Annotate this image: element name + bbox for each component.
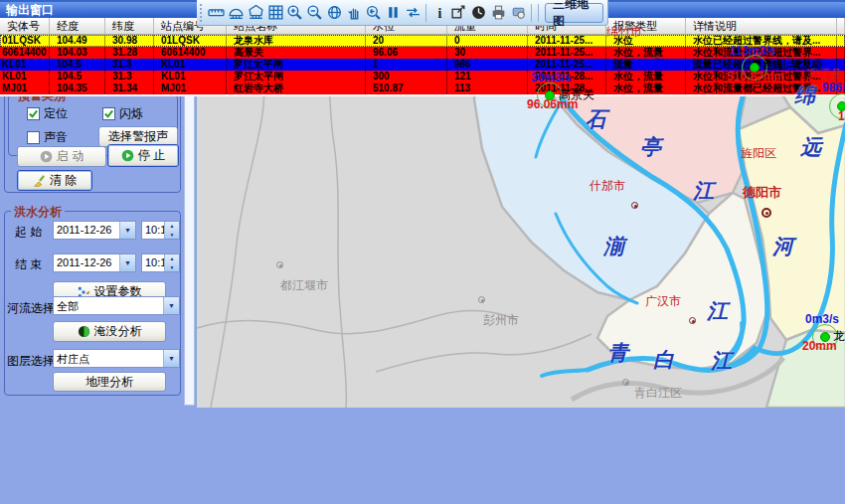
locate-checkbox[interactable]: 定位	[27, 105, 68, 122]
flood-analysis-group: 洪水分析 起 始 2011-12-26 ▼ 10:18 ▲▼ 结 束 2011-…	[4, 211, 181, 396]
broom-icon	[33, 174, 46, 187]
station-level-value: 96.06mm	[527, 97, 578, 111]
measure-area-arc-icon[interactable]	[227, 2, 247, 24]
geo-analysis-button[interactable]: 地理分析	[53, 372, 166, 392]
town-marker	[622, 379, 629, 386]
end-time-spinner[interactable]: 10:18 ▲▼	[141, 253, 180, 272]
town-marker	[689, 317, 696, 324]
river-name-char: 石	[586, 105, 606, 133]
chevron-down-icon[interactable]: ▼	[163, 350, 179, 367]
refresh-icon[interactable]	[404, 2, 423, 24]
table-row[interactable]: KL01 104.5 31.3 KL01 罗江太平闸 300 121 2011-…	[0, 71, 845, 83]
station-flow-value: 986m	[822, 81, 845, 94]
map-label-pengzhou: 彭州市	[483, 312, 519, 329]
toolbar-separator	[538, 4, 539, 22]
map-label-shifang: 什邡市	[590, 178, 625, 195]
svg-text:i: i	[437, 6, 441, 21]
flood-forecast-window: 洪水预报 ✕ ▲ 实时监测报警 监测间隔 小时 修改 监测参数设置	[0, 0, 845, 504]
layer-select-label: 图层选择	[7, 353, 55, 370]
map-label-deyang: 德阳市	[743, 184, 781, 202]
grid-icon[interactable]	[265, 2, 285, 24]
station-flow-value: 113m3/s	[730, 44, 776, 58]
pan-hand-icon[interactable]	[344, 2, 364, 24]
flood-group-title: 洪水分析	[11, 204, 65, 221]
flash-label: 闪烁	[119, 105, 143, 122]
checkbox-checked-icon[interactable]	[27, 107, 40, 120]
zoom-out-icon[interactable]	[305, 2, 325, 24]
col-header[interactable]: 经度	[50, 18, 105, 34]
start-time-label: 起 始	[15, 224, 42, 241]
station-level-value: 1	[838, 109, 845, 123]
river-name-char: 亭	[640, 133, 661, 161]
river-select[interactable]: 全部 ▼	[53, 296, 180, 315]
station-level-value: 510.87mm	[727, 70, 784, 84]
start-button[interactable]: 启 动	[17, 146, 106, 167]
river-select-label: 河流选择	[7, 300, 55, 317]
identify-icon[interactable]: i	[429, 2, 449, 24]
chevron-down-icon[interactable]: ▼	[163, 297, 179, 314]
river-name-char: 湔	[603, 233, 624, 260]
measure-area-polygon-icon[interactable]	[246, 2, 265, 24]
checkbox-checked-icon[interactable]	[102, 107, 115, 120]
station-level-value: 20mm	[802, 339, 837, 353]
end-time-label: 结 束	[15, 256, 42, 273]
table-row[interactable]: MJ01 104.35 31.34 MJ01 红岩寺大桥 510.87 113 …	[0, 83, 845, 94]
town-marker	[631, 202, 638, 209]
col-header[interactable]: 详情说明	[686, 18, 837, 34]
river-name-char: 江	[711, 347, 732, 375]
table-row-selected[interactable]: KL01 104.5 31.3 KL01 罗江太平闸 1 986 2011-11…	[0, 59, 845, 71]
end-date-picker[interactable]: 2011-12-26 ▼	[53, 253, 136, 272]
pause-icon[interactable]	[384, 2, 404, 24]
town-marker	[478, 296, 485, 303]
station-flow-value: 0m3/s	[805, 312, 839, 326]
table-row[interactable]: 01LQSK 104.49 30.98 01LQSK 龙泉水库 20 0 201…	[0, 35, 845, 47]
river-name-char: 远	[800, 133, 821, 161]
flash-checkbox[interactable]: 闪烁	[102, 105, 143, 122]
chevron-down-icon[interactable]: ▼	[119, 222, 135, 239]
town-marker	[653, 52, 660, 59]
locate-label: 定位	[44, 105, 68, 122]
time-gauge-icon[interactable]	[469, 2, 489, 24]
start-date-picker[interactable]: 2011-12-26 ▼	[53, 221, 136, 240]
map-label-dujiangyan: 都江堰市	[280, 277, 328, 294]
start-time-spinner[interactable]: 10:18 ▲▼	[141, 221, 180, 240]
station-flow-value: 30m3/s	[531, 71, 572, 84]
map-label-qingbaijiang: 青白江区	[634, 385, 682, 402]
spinner-arrows-icon[interactable]: ▲▼	[164, 254, 179, 271]
toolbar-grip[interactable]	[200, 4, 203, 22]
stop-button[interactable]: 停 止	[107, 144, 179, 167]
river-name-char: 江	[707, 297, 728, 325]
checkbox-unchecked-icon[interactable]	[27, 131, 40, 144]
chevron-down-icon[interactable]: ▼	[119, 254, 135, 271]
print-icon[interactable]	[489, 2, 509, 24]
town-marker	[276, 261, 283, 268]
map-3d-button[interactable]: 三维地图	[545, 3, 603, 23]
map-toolbar: i 三维地图	[197, 0, 608, 26]
full-extent-icon[interactable]	[325, 2, 345, 24]
spinner-arrows-icon[interactable]: ▲▼	[164, 222, 179, 239]
toolbar-separator	[425, 4, 426, 22]
river-name-char: 青	[607, 339, 628, 367]
col-header[interactable]: 纬度	[105, 18, 154, 34]
sound-label: 声音	[44, 129, 68, 146]
map-label-guanghan: 广汉市	[645, 293, 681, 310]
print-preview-icon[interactable]	[508, 2, 528, 24]
river-name-char: 江	[693, 177, 714, 205]
globe-icon	[78, 325, 90, 338]
map-label-mianzhu: 绵竹市	[606, 24, 642, 41]
table-row[interactable]: 60614400 104.03 31.28 60614400 高景关 96.06…	[0, 47, 845, 59]
river-name-char: 白	[653, 346, 674, 374]
measure-distance-icon[interactable]	[207, 2, 227, 24]
col-header[interactable]: 实体号	[0, 18, 50, 34]
toolbar-separator	[531, 4, 532, 22]
previous-extent-icon[interactable]	[364, 2, 384, 24]
play-icon	[40, 150, 53, 163]
submerge-analysis-button[interactable]: 淹没分析	[53, 321, 166, 342]
export-icon[interactable]	[449, 2, 469, 24]
clear-button[interactable]: 清 除	[17, 170, 92, 191]
map-label-jingyang: 旌阳区	[741, 145, 776, 162]
river-name-char: 河	[772, 233, 793, 260]
layer-select[interactable]: 村庄点 ▼	[53, 349, 180, 368]
sound-checkbox[interactable]: 声音	[27, 129, 68, 146]
zoom-in-icon[interactable]	[285, 2, 305, 24]
